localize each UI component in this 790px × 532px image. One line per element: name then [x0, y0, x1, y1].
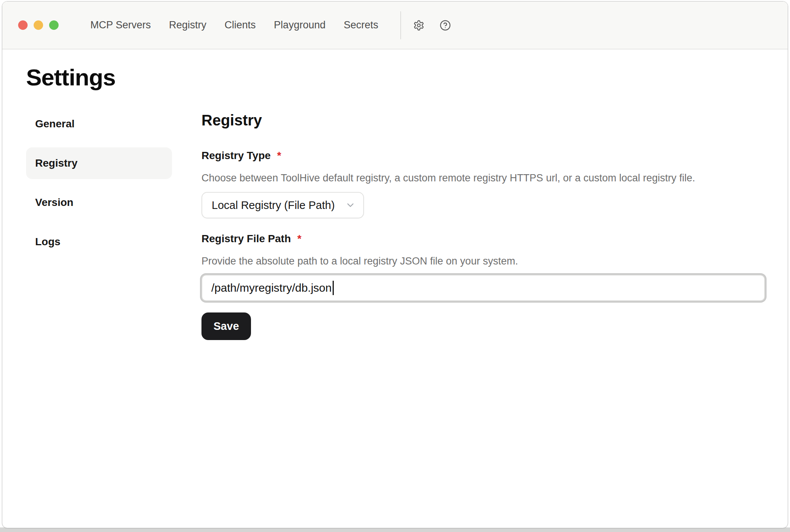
main-nav: MCP Servers Registry Clients Playground … — [90, 20, 378, 30]
registry-file-path-description: Provide the absolute path to a local reg… — [201, 254, 765, 269]
zoom-window-button[interactable] — [49, 20, 59, 30]
registry-settings-pane: Registry Registry Type * Choose between … — [201, 108, 765, 340]
registry-type-label: Registry Type * — [201, 149, 765, 162]
text-cursor — [333, 281, 334, 295]
save-button[interactable]: Save — [201, 312, 251, 340]
sidebar-item-registry[interactable]: Registry — [26, 147, 172, 179]
minimize-window-button[interactable] — [34, 20, 43, 30]
app-window: MCP Servers Registry Clients Playground … — [2, 1, 788, 528]
pane-heading: Registry — [201, 111, 765, 129]
nav-item-registry[interactable]: Registry — [169, 20, 206, 30]
titlebar: MCP Servers Registry Clients Playground … — [2, 2, 788, 49]
registry-file-path-input[interactable]: /path/myregistry/db.json — [201, 275, 765, 301]
sidebar-item-label: Logs — [35, 236, 60, 248]
settings-page: Settings General Registry Version Logs — [2, 64, 788, 340]
sidebar-item-logs[interactable]: Logs — [26, 226, 172, 258]
sidebar-item-version[interactable]: Version — [26, 187, 172, 218]
required-asterisk: * — [277, 149, 281, 162]
nav-item-clients[interactable]: Clients — [225, 20, 256, 30]
registry-type-description: Choose between ToolHive default registry… — [201, 171, 765, 186]
titlebar-icons — [413, 20, 451, 31]
traffic-lights — [18, 20, 59, 30]
chevron-down-icon — [345, 200, 356, 210]
registry-type-select[interactable]: Local Registry (File Path) — [201, 192, 364, 218]
sidebar-item-label: General — [35, 118, 74, 130]
sidebar-item-label: Registry — [35, 157, 77, 169]
page-title: Settings — [26, 64, 765, 91]
sidebar-item-general[interactable]: General — [26, 108, 172, 140]
settings-sidebar: General Registry Version Logs — [26, 108, 172, 340]
nav-item-secrets[interactable]: Secrets — [344, 20, 378, 30]
registry-type-selected-value: Local Registry (File Path) — [212, 199, 335, 212]
settings-gear-icon[interactable] — [413, 20, 424, 31]
help-icon[interactable] — [440, 20, 451, 31]
required-asterisk: * — [297, 232, 302, 246]
nav-item-playground[interactable]: Playground — [274, 20, 326, 30]
nav-item-mcp-servers[interactable]: MCP Servers — [90, 20, 151, 30]
titlebar-divider — [400, 11, 401, 39]
close-window-button[interactable] — [18, 20, 28, 30]
registry-file-path-value: /path/myregistry/db.json — [211, 282, 331, 294]
registry-file-path-label: Registry File Path * — [201, 232, 765, 246]
sidebar-item-label: Version — [35, 196, 73, 209]
